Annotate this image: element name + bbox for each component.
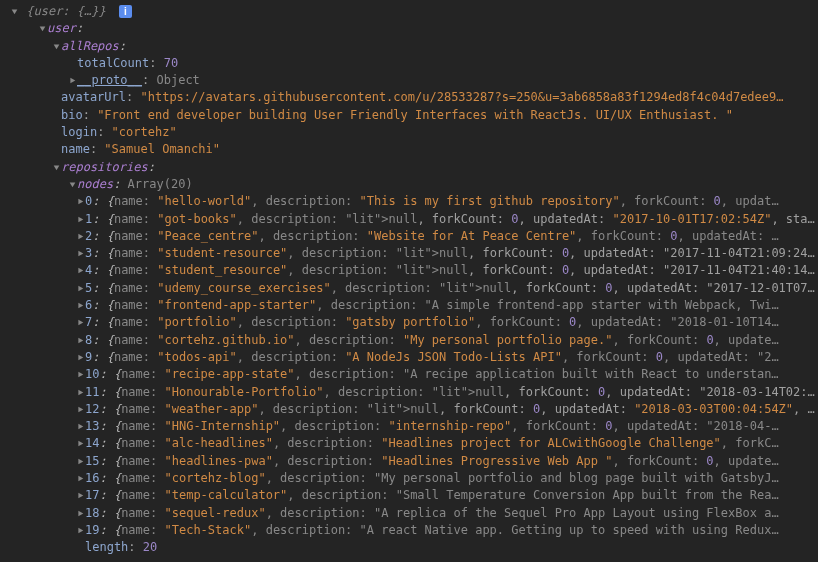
caret-icon[interactable] bbox=[76, 487, 84, 504]
array-item[interactable]: 10: {name: "recipe-app-state", descripti… bbox=[0, 366, 818, 383]
repo-name: "Tech-Stack" bbox=[165, 523, 252, 537]
array-item[interactable]: 2: {name: "Peace_centre", description: "… bbox=[0, 228, 818, 245]
totalcount-row[interactable]: totalCount: 70 bbox=[0, 55, 818, 72]
spacer-icon bbox=[52, 124, 60, 141]
repo-name: "HNG-Internship" bbox=[165, 419, 281, 433]
array-item[interactable]: 13: {name: "HNG-Internship", description… bbox=[0, 418, 818, 435]
array-item[interactable]: 9: {name: "todos-api", description: "A N… bbox=[0, 349, 818, 366]
repo-name: "recipe-app-state" bbox=[165, 367, 295, 381]
repo-name: "frontend-app-starter" bbox=[157, 298, 316, 312]
repo-tail: , description: "lit">null bbox=[237, 212, 418, 226]
array-item[interactable]: 11: {name: "Honourable-Portfolio", descr… bbox=[0, 384, 818, 401]
caret-icon[interactable] bbox=[38, 20, 46, 37]
caret-icon[interactable] bbox=[52, 38, 60, 55]
array-item[interactable]: 6: {name: "frontend-app-starter", descri… bbox=[0, 297, 818, 314]
array-desc: Array(20) bbox=[128, 177, 193, 191]
caret-icon[interactable] bbox=[76, 401, 84, 418]
object-key: user bbox=[47, 21, 76, 35]
array-item[interactable]: 15: {name: "headlines-pwa", description:… bbox=[0, 453, 818, 470]
repo-name: "Honourable-Portfolio" bbox=[165, 385, 324, 399]
repo-tail: , description: "lit">null bbox=[331, 281, 512, 295]
caret-icon[interactable] bbox=[76, 262, 84, 279]
object-key: allRepos bbox=[61, 39, 119, 53]
caret-icon[interactable] bbox=[76, 332, 84, 349]
length-row[interactable]: length: 20 bbox=[0, 539, 818, 556]
repo-tail: , description: "A react Native app. Gett… bbox=[251, 523, 778, 537]
caret-icon[interactable] bbox=[76, 297, 84, 314]
caret-icon[interactable] bbox=[76, 470, 84, 487]
prop-key: login bbox=[61, 125, 97, 139]
array-item[interactable]: 3: {name: "student-resource", descriptio… bbox=[0, 245, 818, 262]
prop-key: length bbox=[85, 540, 128, 554]
bio-row[interactable]: bio: "Front end developer building User … bbox=[0, 107, 818, 124]
array-item[interactable]: 17: {name: "temp-calculator", descriptio… bbox=[0, 487, 818, 504]
allrepos-row[interactable]: allRepos: bbox=[0, 38, 818, 55]
array-item[interactable]: 18: {name: "sequel-redux", description: … bbox=[0, 505, 818, 522]
caret-icon[interactable] bbox=[10, 3, 18, 20]
caret-icon[interactable] bbox=[76, 435, 84, 452]
object-root[interactable]: {user: {…}} i bbox=[0, 3, 818, 20]
caret-icon[interactable] bbox=[76, 245, 84, 262]
array-item[interactable]: 0: {name: "hello-world", description: "T… bbox=[0, 193, 818, 210]
array-item[interactable]: 12: {name: "weather-app", description: "… bbox=[0, 401, 818, 418]
caret-icon[interactable] bbox=[76, 280, 84, 297]
repo-name: "cortehz.github.io" bbox=[157, 333, 294, 347]
array-index: 13 bbox=[85, 419, 99, 433]
repositories-row[interactable]: repositories: bbox=[0, 159, 818, 176]
repo-name: "student_resource" bbox=[157, 263, 287, 277]
array-item[interactable]: 7: {name: "portfolio", description: "gat… bbox=[0, 314, 818, 331]
name-row[interactable]: name: "Samuel Omanchi" bbox=[0, 141, 818, 158]
caret-icon[interactable] bbox=[76, 366, 84, 383]
caret-icon[interactable] bbox=[76, 453, 84, 470]
array-item[interactable]: 8: {name: "cortehz.github.io", descripti… bbox=[0, 332, 818, 349]
array-item[interactable]: 14: {name: "alc-headlines", description:… bbox=[0, 435, 818, 452]
caret-icon[interactable] bbox=[76, 193, 84, 210]
repo-name: "student-resource" bbox=[157, 246, 287, 260]
array-item[interactable]: 1: {name: "got-books", description: "lit… bbox=[0, 211, 818, 228]
prop-value: "cortehz" bbox=[112, 125, 177, 139]
repo-name: "todos-api" bbox=[157, 350, 236, 364]
caret-icon[interactable] bbox=[52, 159, 60, 176]
root-preview: {user: {…}} bbox=[26, 4, 105, 18]
repo-name: "Peace_centre" bbox=[157, 229, 258, 243]
avatarurl-row[interactable]: avatarUrl: "https://avatars.githubuserco… bbox=[0, 89, 818, 106]
repo-tail: , description: "lit">null bbox=[287, 263, 468, 277]
nodes-row[interactable]: nodes: Array(20) bbox=[0, 176, 818, 193]
spacer-icon bbox=[52, 89, 60, 106]
caret-icon[interactable] bbox=[76, 505, 84, 522]
repo-tail: , description: "A NodeJs JSON Todo-Lists… bbox=[237, 350, 779, 364]
array-item[interactable]: 5: {name: "udemy_course_exercises", desc… bbox=[0, 280, 818, 297]
caret-icon[interactable] bbox=[76, 211, 84, 228]
proto-row[interactable]: __proto__: Object bbox=[0, 72, 818, 89]
caret-icon[interactable] bbox=[68, 176, 76, 193]
repo-tail: , description: "Small Temperature Conver… bbox=[287, 488, 778, 502]
prop-value: "https://avatars.githubusercontent.com/u… bbox=[140, 90, 783, 104]
caret-icon[interactable] bbox=[76, 384, 84, 401]
prop-value: "Samuel Omanchi" bbox=[104, 142, 220, 156]
repo-tail: , description: "lit">null bbox=[323, 385, 504, 399]
repo-tail: , description: "A recipe application bui… bbox=[295, 367, 779, 381]
array-item[interactable]: 4: {name: "student_resource", descriptio… bbox=[0, 262, 818, 279]
array-index: 18 bbox=[85, 506, 99, 520]
spacer-icon bbox=[76, 539, 84, 556]
repo-tail: , description: "A replica of the Sequel … bbox=[266, 506, 779, 520]
repo-tail: , description: "Headlines project for AL… bbox=[273, 436, 779, 450]
info-icon[interactable]: i bbox=[119, 5, 132, 18]
prop-key: name bbox=[61, 142, 90, 156]
login-row[interactable]: login: "cortehz" bbox=[0, 124, 818, 141]
prop-key: bio bbox=[61, 108, 83, 122]
array-item[interactable]: 16: {name: "cortehz-blog", description: … bbox=[0, 470, 818, 487]
repo-name: "temp-calculator" bbox=[165, 488, 288, 502]
caret-icon[interactable] bbox=[68, 72, 76, 89]
array-item[interactable]: 19: {name: "Tech-Stack", description: "A… bbox=[0, 522, 818, 539]
spacer-icon bbox=[52, 107, 60, 124]
user-key-row[interactable]: user: bbox=[0, 20, 818, 37]
repo-name: "weather-app" bbox=[165, 402, 259, 416]
repo-name: "alc-headlines" bbox=[165, 436, 273, 450]
caret-icon[interactable] bbox=[76, 418, 84, 435]
repo-name: "hello-world" bbox=[157, 194, 251, 208]
caret-icon[interactable] bbox=[76, 349, 84, 366]
caret-icon[interactable] bbox=[76, 522, 84, 539]
caret-icon[interactable] bbox=[76, 228, 84, 245]
caret-icon[interactable] bbox=[76, 314, 84, 331]
